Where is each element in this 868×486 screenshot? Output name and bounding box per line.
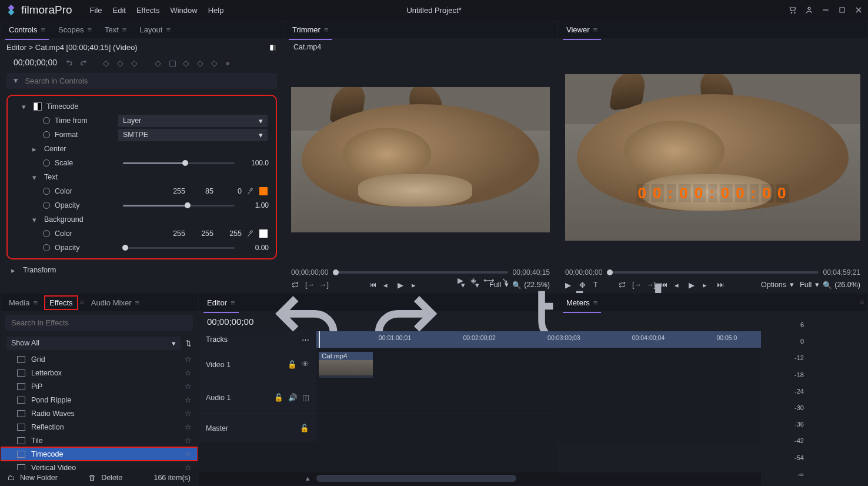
effects-search-input[interactable] xyxy=(11,318,187,327)
waveform-icon[interactable]: ◫ xyxy=(302,393,309,402)
expand-icon[interactable]: ▸ xyxy=(32,145,39,154)
effect-item[interactable]: Timecode☆ xyxy=(1,447,198,461)
tab-media[interactable]: Media≡ xyxy=(4,296,42,309)
tab-trimmer[interactable]: Trimmer≡ xyxy=(288,23,333,36)
keyframe-toggle[interactable] xyxy=(43,188,50,195)
trimmer-scrubber[interactable] xyxy=(333,271,508,274)
text-opacity-slider[interactable] xyxy=(123,205,235,207)
bg-color-swatch[interactable] xyxy=(259,229,268,238)
text-color-swatch[interactable] xyxy=(259,187,268,195)
keyframe-toggle[interactable] xyxy=(43,131,50,138)
scale-slider[interactable] xyxy=(123,162,235,164)
minimize-icon[interactable] xyxy=(821,5,830,15)
maximize-icon[interactable] xyxy=(837,5,847,15)
tab-viewer[interactable]: Viewer≡ xyxy=(562,23,602,36)
star-icon[interactable]: ☆ xyxy=(185,436,192,445)
tab-effects[interactable]: Effects xyxy=(45,296,78,309)
star-icon[interactable]: ☆ xyxy=(185,409,192,418)
text-opacity-value[interactable]: 1.00 xyxy=(244,201,272,209)
format-select[interactable]: SMTPE▾ xyxy=(118,129,268,141)
expand-icon[interactable]: ▸ xyxy=(11,266,18,275)
step-fwd-icon[interactable]: ▸ xyxy=(703,281,711,289)
collapse-icon[interactable]: ▾ xyxy=(22,102,29,111)
effects-search[interactable] xyxy=(5,315,193,331)
tab-controls[interactable]: Controls≡ xyxy=(4,23,50,36)
text-color-r[interactable]: 255 xyxy=(164,187,185,195)
controls-timecode[interactable]: 00;00;00;00 xyxy=(14,58,57,67)
filter-icon[interactable] xyxy=(12,78,19,84)
track-video[interactable]: Video 1🔓👁 xyxy=(199,348,316,381)
tab-editor[interactable]: Editor≡ xyxy=(202,296,240,309)
sort-icon[interactable]: ⇅ xyxy=(185,339,192,348)
track-master[interactable]: Master🔓 xyxy=(199,414,316,442)
close-icon[interactable] xyxy=(854,5,863,15)
undo-icon[interactable] xyxy=(65,58,74,66)
effect-item[interactable]: Radio Waves☆ xyxy=(1,407,198,420)
menu-file[interactable]: File xyxy=(90,6,102,15)
time-from-select[interactable]: Layer▾ xyxy=(118,115,268,127)
expand-icon[interactable]: ▴ xyxy=(306,474,310,482)
effect-item[interactable]: Grid☆ xyxy=(1,352,198,366)
star-icon[interactable]: ☆ xyxy=(185,395,192,404)
keyframe-prev-icon[interactable]: ◇ xyxy=(103,58,111,66)
menu-edit[interactable]: Edit xyxy=(113,6,126,15)
eyedropper-icon[interactable] xyxy=(246,187,255,195)
bg-opacity-value[interactable]: 0.00 xyxy=(244,244,272,252)
eye-icon[interactable]: 👁 xyxy=(302,360,309,369)
effect-item[interactable]: PiP☆ xyxy=(1,380,198,393)
star-icon[interactable]: ☆ xyxy=(185,422,192,431)
effect-item[interactable]: Vertical Video☆ xyxy=(1,461,198,470)
menu-effects[interactable]: Effects xyxy=(136,6,160,15)
timeline-clip[interactable]: Cat.mp4 xyxy=(319,352,373,378)
effect-item[interactable]: Tile☆ xyxy=(1,434,198,447)
keyframe-toggle[interactable] xyxy=(43,117,50,124)
viewer-scrubber[interactable] xyxy=(607,271,818,274)
lock-icon[interactable]: 🔓 xyxy=(274,393,283,402)
lock-icon[interactable]: 🔓 xyxy=(300,424,309,432)
keyframe-toggle[interactable] xyxy=(43,159,50,167)
goto-end-icon[interactable]: ⏭ xyxy=(717,281,725,289)
viewer-options[interactable]: Options▾ xyxy=(761,280,794,289)
controls-search[interactable] xyxy=(6,73,277,89)
star-icon[interactable]: ☆ xyxy=(185,382,192,391)
cart-icon[interactable] xyxy=(788,5,797,15)
marker-square-icon[interactable]: ▢ xyxy=(169,58,177,66)
collapse-icon[interactable]: ▾ xyxy=(32,173,39,182)
text-color-b[interactable]: 0 xyxy=(221,187,242,195)
tab-layout[interactable]: Layout≡ xyxy=(135,23,175,36)
bg-color-b[interactable]: 255 xyxy=(221,229,242,238)
trimmer-clip[interactable]: Cat.mp4 xyxy=(289,41,326,54)
lock-icon[interactable]: 🔓 xyxy=(288,360,297,369)
tab-scopes[interactable]: Scopes≡ xyxy=(54,23,96,36)
controls-search-input[interactable] xyxy=(25,76,271,85)
redo-icon[interactable] xyxy=(79,58,88,66)
trimmer-video[interactable] xyxy=(291,57,550,262)
keyframe-toggle[interactable] xyxy=(43,244,50,251)
effect-enable-toggle[interactable] xyxy=(34,102,42,111)
text-color-g[interactable]: 85 xyxy=(192,187,213,195)
track-audio[interactable]: Audio 1🔓🔊◫ xyxy=(199,381,316,414)
bg-opacity-slider[interactable] xyxy=(123,247,235,249)
tab-meters[interactable]: Meters≡ xyxy=(562,296,602,309)
editor-timecode[interactable]: 00;00;00;00 xyxy=(207,317,253,327)
scale-value[interactable]: 100.0 xyxy=(244,159,272,167)
marker-add-icon[interactable]: ◇ xyxy=(183,58,191,66)
effect-item[interactable]: Letterbox☆ xyxy=(1,366,198,380)
keyframe-toggle[interactable] xyxy=(43,202,50,209)
star-icon[interactable]: ☆ xyxy=(185,355,192,364)
new-folder-button[interactable]: 🗀New Folder xyxy=(8,474,58,482)
viewer-zoom[interactable]: Full▾🔍(26.0%) xyxy=(800,280,860,289)
bg-color-g[interactable]: 255 xyxy=(192,229,213,238)
star-icon[interactable]: ☆ xyxy=(185,450,192,458)
effect-item[interactable]: Reflection☆ xyxy=(1,420,198,434)
marker-circle-icon[interactable]: ● xyxy=(225,58,233,66)
star-icon[interactable]: ☆ xyxy=(185,463,192,470)
magnify-icon[interactable]: 🔍 xyxy=(823,281,831,289)
keyframe-icon[interactable]: ◇ xyxy=(117,58,125,66)
eyedropper-icon[interactable] xyxy=(246,229,255,238)
effects-filter[interactable]: Show All▾ xyxy=(6,337,181,350)
collapse-icon[interactable]: ▾ xyxy=(32,215,39,224)
star-icon[interactable]: ☆ xyxy=(185,368,192,377)
delete-button[interactable]: 🗑Delete xyxy=(89,474,122,482)
tab-text[interactable]: Text≡ xyxy=(100,23,131,36)
